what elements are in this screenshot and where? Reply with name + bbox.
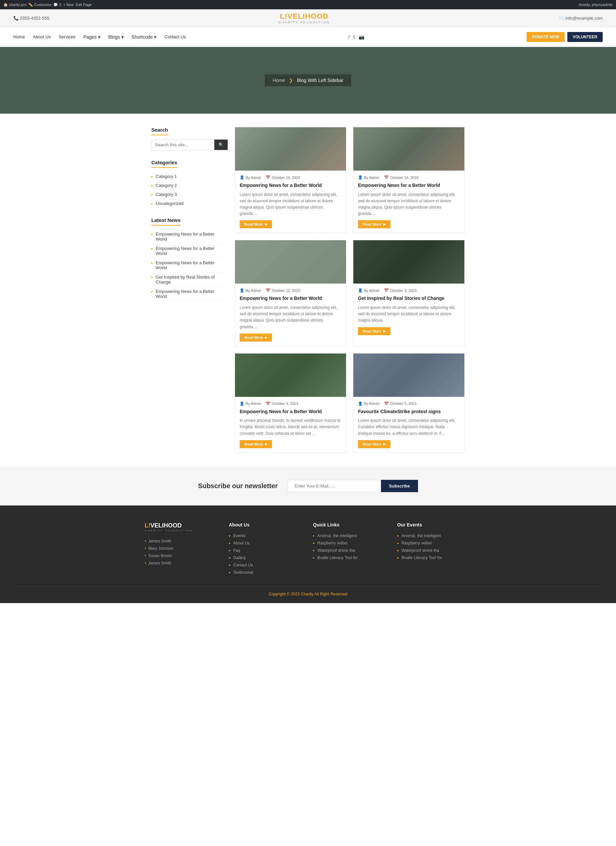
calendar-icon: 📅 bbox=[384, 401, 389, 406]
footer-link[interactable]: Gallery bbox=[229, 554, 303, 561]
card-body: 👤 By Admin 📅 October 3, 2023 Get Inspire… bbox=[353, 283, 465, 339]
news-item[interactable]: Empowering News for a Better World bbox=[151, 244, 225, 258]
newsletter-form: Subscribe bbox=[288, 480, 418, 492]
category-item[interactable]: Uncategorized bbox=[151, 199, 225, 208]
facebook-icon[interactable]: 𝑓 bbox=[348, 34, 350, 40]
read-more-button[interactable]: Read More bbox=[358, 220, 390, 228]
main-content: Search 🔍 Categories Category 1 Category … bbox=[145, 127, 471, 453]
card-meta: 👤 By Admin 📅 October 12, 2023 bbox=[240, 288, 341, 292]
read-more-button[interactable]: Read More bbox=[358, 327, 390, 335]
news-item[interactable]: Get Inspired by Real Stories of Change bbox=[151, 273, 225, 287]
user-icon: 👤 bbox=[240, 401, 244, 406]
card-author: 👤 By Admin bbox=[358, 288, 379, 292]
blog-card: 👤 By Admin 📅 October 3, 2023 Favourite C… bbox=[353, 353, 465, 453]
footer-link[interactable]: Waterproof drone tha bbox=[397, 547, 472, 554]
card-title: Favourite ClimateStrike protest signs bbox=[358, 408, 460, 415]
news-item[interactable]: Empowering News for a Better World bbox=[151, 258, 225, 273]
calendar-icon: 📅 bbox=[266, 175, 271, 179]
top-bar: 📞 2353-4352-555 L!VELIHOOD CHARITY FOUND… bbox=[0, 9, 616, 27]
breadcrumb-current: Blog With Left Sidebar bbox=[297, 78, 343, 83]
footer-link[interactable]: Braille Literacy Tool for bbox=[397, 554, 472, 561]
volunteer-button[interactable]: VOLUNTEER bbox=[567, 32, 603, 42]
footer-quicklinks-col: Quick Links Arsenal, the intelligent. Ra… bbox=[313, 522, 387, 576]
latest-news-title: Latest News bbox=[151, 217, 181, 226]
footer-brand-col: L!VELIHOOD CHARITY FOUNDATION James Smit… bbox=[145, 522, 219, 576]
read-more-button[interactable]: Read More bbox=[240, 440, 272, 448]
card-excerpt: Lorem ipsum dolor sit amet, consectetur … bbox=[358, 192, 460, 217]
admin-bar-right: Howdy, phpmyadmin bbox=[579, 3, 613, 7]
news-item[interactable]: Empowering News for a Better World bbox=[151, 229, 225, 244]
footer-link[interactable]: Contact Us bbox=[229, 561, 303, 569]
card-title: Get Inspired by Real Stories of Change bbox=[358, 295, 460, 302]
card-date: 📅 October 16, 2023 bbox=[266, 175, 300, 179]
nav-pages[interactable]: Pages ▾ bbox=[83, 34, 100, 40]
search-section: Search 🔍 bbox=[151, 127, 225, 150]
social-links: 𝑓 𝕥 📷 bbox=[348, 34, 364, 40]
newsletter-email-input[interactable] bbox=[288, 480, 381, 492]
nav-shortcode[interactable]: Shortcode ▾ bbox=[132, 34, 157, 40]
sidebar: Search 🔍 Categories Category 1 Category … bbox=[151, 127, 225, 453]
card-excerpt: Lorem ipsum dolor sit amet, consectetur … bbox=[240, 304, 341, 330]
search-box: 🔍 bbox=[151, 139, 225, 150]
nav-home[interactable]: Home bbox=[13, 34, 25, 39]
footer-about-col: About Us Events About Us Faq Gallery Con… bbox=[229, 522, 303, 576]
nav-contact[interactable]: Contact Us bbox=[164, 34, 186, 39]
user-icon: 👤 bbox=[358, 175, 363, 179]
news-item[interactable]: Empowering News for a Better World bbox=[151, 287, 225, 301]
categories-list: Category 1 Category 2 Category 3 Uncateg… bbox=[151, 172, 225, 208]
footer-about-title: About Us bbox=[229, 522, 303, 527]
card-excerpt: Lorem ipsum dolor sit amet, consectetur … bbox=[358, 417, 460, 437]
category-item[interactable]: Category 3 bbox=[151, 190, 225, 199]
categories-section: Categories Category 1 Category 2 Categor… bbox=[151, 160, 225, 208]
email-address: ✉️ info@example.com bbox=[559, 16, 603, 21]
calendar-icon: 📅 bbox=[266, 401, 271, 406]
card-body: 👤 By Admin 📅 October 3, 2023 Favourite C… bbox=[353, 397, 465, 453]
search-input[interactable] bbox=[151, 140, 214, 150]
phone-number: 📞 2353-4352-555 bbox=[13, 16, 49, 21]
admin-bar: 🏠 charity-pro ✏️ Customize 💬 3 + New Edi… bbox=[0, 0, 616, 9]
read-more-button[interactable]: Read More bbox=[240, 220, 272, 228]
read-more-button[interactable]: Read More bbox=[240, 333, 272, 342]
footer-link[interactable]: Faq bbox=[229, 547, 303, 554]
newsletter-subscribe-button[interactable]: Subscribe bbox=[381, 480, 418, 492]
instagram-icon[interactable]: 📷 bbox=[359, 34, 364, 40]
card-title: Empowering News for a Better World bbox=[240, 295, 341, 302]
donate-button[interactable]: DONATE NOW bbox=[527, 32, 565, 42]
search-button[interactable]: 🔍 bbox=[214, 140, 228, 150]
nav-blogs[interactable]: Blogs ▾ bbox=[108, 34, 123, 40]
search-title: Search bbox=[151, 127, 168, 135]
footer-link[interactable]: Braille Literacy Tool for bbox=[313, 554, 387, 561]
footer-link[interactable]: Events bbox=[229, 532, 303, 539]
category-item[interactable]: Category 2 bbox=[151, 181, 225, 190]
newsletter-section: Subscribe our newsletter Subscribe bbox=[0, 467, 616, 505]
category-item[interactable]: Category 1 bbox=[151, 172, 225, 181]
footer-link[interactable]: Waterproof drone tha bbox=[313, 547, 387, 554]
blog-card: 👤 By Admin 📅 October 3, 2023 Empowering … bbox=[235, 353, 346, 453]
footer-link[interactable]: About Us bbox=[229, 539, 303, 547]
card-meta: 👤 By Admin 📅 October 3, 2023 bbox=[240, 401, 341, 406]
footer-brand: Charity bbox=[301, 592, 313, 596]
calendar-icon: 📅 bbox=[266, 288, 271, 292]
blog-card: 👤 By Admin 📅 October 16, 2023 Empowering… bbox=[353, 127, 465, 233]
read-more-button[interactable]: Read More bbox=[358, 440, 390, 448]
breadcrumb-home[interactable]: Home bbox=[273, 78, 289, 83]
nav-about[interactable]: About Us bbox=[33, 34, 51, 39]
admin-greeting: Howdy, phpmyadmin bbox=[579, 3, 613, 7]
footer-events-list: Arsenal, the intelligent. Raspberry velb… bbox=[397, 532, 472, 561]
blog-card: 👤 By Admin 📅 October 3, 2023 Get Inspire… bbox=[353, 240, 465, 346]
card-image bbox=[353, 127, 465, 170]
card-author: 👤 By Admin bbox=[240, 288, 261, 292]
footer-link[interactable]: Arsenal, the intelligent. bbox=[397, 532, 472, 539]
card-meta: 👤 By Admin 📅 October 3, 2023 bbox=[358, 288, 460, 292]
logo[interactable]: L!VELIHOOD CHARITY FOUNDATION bbox=[278, 12, 330, 24]
footer-about-list: Events About Us Faq Gallery Contact Us T… bbox=[229, 532, 303, 576]
twitter-icon[interactable]: 𝕥 bbox=[353, 34, 355, 40]
logo-subtitle: CHARITY FOUNDATION bbox=[278, 21, 330, 24]
nav-services[interactable]: Services bbox=[59, 34, 75, 39]
footer-link[interactable]: Raspberry velbet bbox=[397, 539, 472, 547]
card-image bbox=[235, 354, 346, 397]
card-author: 👤 By Admin bbox=[240, 175, 261, 179]
footer-link[interactable]: Raspberry velbet bbox=[313, 539, 387, 547]
footer-link[interactable]: Arsenal, the intelligent. bbox=[313, 532, 387, 539]
footer-link[interactable]: Testimonial bbox=[229, 569, 303, 576]
